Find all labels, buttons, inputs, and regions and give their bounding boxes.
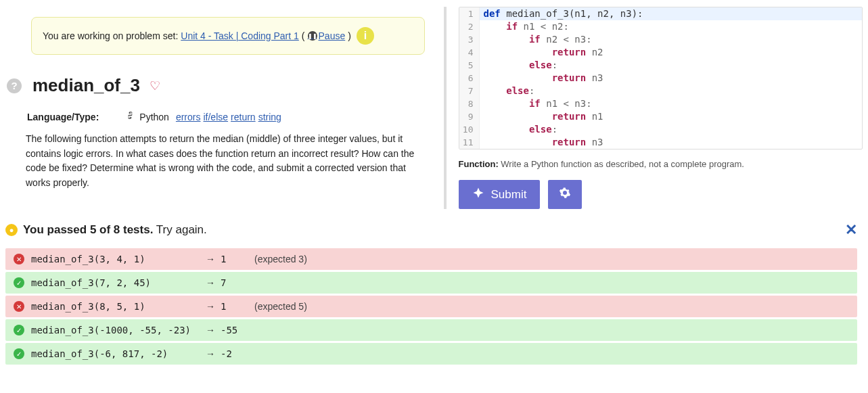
line-number: 8: [459, 97, 480, 110]
code-line: 2 if n1 < n2:: [459, 20, 863, 33]
python-icon: [126, 111, 135, 122]
x-icon: ✕: [14, 301, 24, 312]
code-line: 4 return n2: [459, 46, 863, 59]
code-content[interactable]: return n3: [480, 136, 863, 149]
test-call: median_of_3(7, 2, 45): [31, 277, 200, 288]
test-row: ✓median_of_3(7, 2, 45)→7: [5, 272, 857, 294]
code-content[interactable]: return n3: [480, 72, 863, 85]
status-partial-icon: ●: [5, 224, 18, 236]
code-content[interactable]: else:: [480, 59, 863, 72]
problem-set-notice: You are working on problem set: Unit 4 -…: [31, 17, 425, 55]
settings-button[interactable]: [548, 180, 582, 209]
lang-type-label: Language/Type:: [27, 112, 99, 122]
arrow-icon: →: [200, 301, 221, 312]
code-content[interactable]: if n1 < n3:: [480, 97, 863, 110]
code-content[interactable]: def median_of_3(n1, n2, n3):: [480, 7, 863, 20]
notice-prefix: You are working on problem set:: [43, 30, 178, 41]
problem-description: The following function attempts to retur…: [26, 132, 430, 191]
check-icon: ✓: [14, 325, 24, 336]
line-number: 9: [459, 110, 480, 123]
code-content[interactable]: if n1 < n2:: [480, 20, 863, 33]
test-row: ✓median_of_3(-1000, -55, -23)→-55: [5, 319, 857, 341]
test-result: -55: [221, 325, 254, 336]
test-expected: (expected 5): [254, 301, 307, 312]
arrow-icon: →: [200, 348, 221, 359]
code-line: 1def median_of_3(n1, n2, n3):: [459, 7, 863, 20]
test-result: 7: [221, 277, 254, 288]
lang-type-value: Python errorsif/elsereturnstring: [126, 111, 281, 122]
code-line: 5 else:: [459, 59, 863, 72]
test-results: ● You passed 5 of 8 tests. Try again. ✕ …: [0, 216, 868, 372]
line-number: 7: [459, 85, 480, 97]
favorite-icon[interactable]: ♡: [150, 78, 160, 93]
test-result: -2: [221, 348, 254, 359]
problem-title: median_of_3: [32, 75, 140, 96]
tag-link[interactable]: return: [231, 112, 256, 122]
tag-link[interactable]: string: [258, 112, 281, 122]
line-number: 2: [459, 20, 480, 33]
check-icon: ✓: [14, 277, 24, 288]
code-content[interactable]: else:: [480, 85, 863, 97]
line-number: 1: [459, 7, 480, 20]
test-result: 1: [221, 301, 254, 312]
test-row: ✓median_of_3(-6, 817, -2)→-2: [5, 343, 857, 365]
code-line: 3 if n2 < n3:: [459, 33, 863, 46]
test-row: ✕median_of_3(8, 5, 1)→1(expected 5): [5, 296, 857, 317]
line-number: 11: [459, 136, 480, 149]
code-line: 8 if n1 < n3:: [459, 97, 863, 110]
line-number: 3: [459, 33, 480, 46]
code-line: 6 return n3: [459, 72, 863, 85]
code-line: 7 else:: [459, 85, 863, 97]
code-content[interactable]: if n2 < n3:: [480, 33, 863, 46]
tag-link[interactable]: errors: [176, 112, 201, 122]
gear-icon: [559, 187, 571, 202]
line-number: 6: [459, 72, 480, 85]
code-editor[interactable]: 1def median_of_3(n1, n2, n3):2 if n1 < n…: [459, 7, 863, 149]
test-row: ✕median_of_3(3, 4, 1)→1(expected 3): [5, 248, 857, 270]
problem-set-link[interactable]: Unit 4 - Task | Coding Part 1: [181, 30, 299, 41]
pause-icon: ❚❚: [308, 31, 317, 41]
rocket-icon: [472, 187, 484, 202]
line-number: 4: [459, 46, 480, 59]
results-summary: You passed 5 of 8 tests. Try again.: [23, 223, 207, 237]
function-hint: Function: Write a Python function as des…: [459, 159, 863, 169]
close-icon[interactable]: ✕: [845, 221, 857, 239]
test-call: median_of_3(-6, 817, -2): [31, 348, 200, 359]
code-content[interactable]: return n1: [480, 110, 863, 123]
test-call: median_of_3(-1000, -55, -23): [31, 325, 200, 336]
code-content[interactable]: return n2: [480, 46, 863, 59]
arrow-icon: →: [200, 254, 221, 264]
pause-link[interactable]: ❚❚ Pause: [308, 30, 346, 41]
test-call: median_of_3(3, 4, 1): [31, 254, 200, 264]
test-result: 1: [221, 254, 254, 264]
test-expected: (expected 3): [254, 254, 307, 264]
code-line: 10 else:: [459, 123, 863, 136]
code-line: 9 return n1: [459, 110, 863, 123]
check-icon: ✓: [14, 348, 24, 359]
info-icon[interactable]: i: [357, 27, 374, 45]
arrow-icon: →: [200, 325, 221, 336]
tag-link[interactable]: if/else: [203, 112, 228, 122]
line-number: 5: [459, 59, 480, 72]
code-content[interactable]: else:: [480, 123, 863, 136]
x-icon: ✕: [14, 254, 24, 264]
help-icon[interactable]: ?: [7, 78, 22, 93]
line-number: 10: [459, 123, 480, 136]
test-call: median_of_3(8, 5, 1): [31, 301, 200, 312]
code-line: 11 return n3: [459, 136, 863, 149]
arrow-icon: →: [200, 277, 221, 288]
submit-button[interactable]: Submit: [459, 180, 541, 209]
